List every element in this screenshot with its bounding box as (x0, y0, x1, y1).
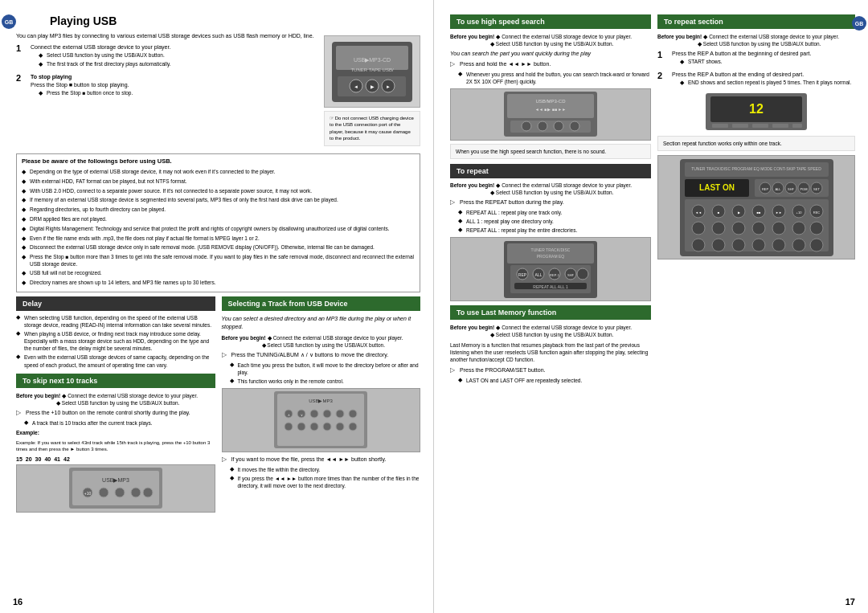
svg-point-29 (285, 423, 293, 431)
svg-text:LAST ON: LAST ON (699, 183, 735, 192)
svg-text:◄: ◄ (354, 84, 358, 89)
intro-text: You can play MP3 files by connecting to … (16, 32, 317, 40)
repeat-step-num-2: 2 (657, 71, 669, 88)
svg-text:USB/MP3-CD: USB/MP3-CD (535, 99, 566, 104)
svg-point-18 (143, 488, 153, 497)
svg-text:REPEAT ALL  ALL 1: REPEAT ALL ALL 1 (533, 284, 568, 289)
svg-point-32 (323, 423, 331, 431)
svg-text:SHF: SHF (788, 187, 795, 191)
repeat-step-1: 1 Press the REP A button at the beginnin… (657, 50, 855, 67)
select-track-col: Selecting a Track from USB Device You ca… (222, 296, 421, 515)
repeat-header: To repeat (450, 164, 651, 178)
step-1: 1 Connect the external USB storage devic… (16, 43, 317, 70)
svg-text:SET: SET (813, 187, 820, 191)
high-speed-device-image: USB/MP3-CD ◄◄ ■ ▶ ■■ ►► (450, 88, 651, 141)
right-left-col: To use high speed search Before you begi… (450, 14, 651, 386)
skip-header: To skip next 10 tracks (16, 374, 215, 388)
repeat-section-note: Section repeat function works only withi… (657, 136, 855, 151)
svg-text:USB▶MP3: USB▶MP3 (102, 477, 129, 483)
svg-point-106 (792, 239, 805, 251)
svg-point-25 (310, 410, 318, 418)
high-speed-search-text: You can search the part you want quickly… (450, 50, 651, 58)
playing-usb-title: Playing USB (50, 14, 420, 27)
svg-text:12: 12 (749, 102, 764, 116)
device-main-image: USB▶MP3-CD TUNER TAPE USB/ ◄ ▶ ► (324, 35, 420, 108)
warning-block: Please be aware of the followings before… (16, 153, 420, 292)
svg-rect-65 (712, 124, 728, 128)
svg-text:▶: ▶ (371, 84, 375, 89)
svg-point-26 (323, 410, 331, 418)
svg-point-31 (310, 423, 318, 431)
repeat-step-num-1: 1 (657, 50, 669, 67)
delay-col: Delay ◆When selecting USB function, depe… (16, 296, 215, 515)
svg-text:REC: REC (813, 210, 820, 215)
repeat-before-begin: Before you begin! (450, 182, 494, 188)
repeat-step-content-2: Press the REP A button at the ending of … (672, 71, 851, 88)
repeat-device-image: TUNER TRACK/DISC PROGRAM EQ REP ALL REP-… (450, 237, 651, 301)
display-12-container: 12 (657, 92, 855, 132)
svg-point-102 (712, 239, 725, 251)
svg-text:USB▶MP3: USB▶MP3 (309, 398, 333, 403)
svg-point-99 (792, 222, 805, 235)
skip-example-text: Example: If you want to select 43rd trac… (16, 439, 215, 453)
bottom-two-col: Delay ◆When selecting USB function, depe… (16, 296, 420, 515)
svg-text:+10: +10 (796, 210, 802, 215)
repeat-step-content-1: Press the REP A button at the beginning … (672, 50, 811, 67)
svg-point-43 (538, 121, 547, 131)
delay-header: Delay (16, 296, 215, 311)
svg-point-101 (692, 239, 705, 251)
svg-text:∧: ∧ (288, 413, 290, 417)
svg-text:∨: ∨ (301, 413, 303, 417)
svg-text:USB▶MP3-CD: USB▶MP3-CD (354, 57, 391, 63)
svg-point-34 (349, 423, 357, 431)
svg-text:SHF: SHF (567, 273, 575, 277)
svg-rect-38 (507, 94, 594, 118)
svg-rect-69 (792, 124, 802, 128)
svg-text:TUNER TRACK/DISC: TUNER TRACK/DISC (531, 247, 571, 252)
svg-point-44 (554, 121, 563, 131)
select-before-begin: Before you begin! (222, 335, 266, 341)
svg-text:TUNER  TAPE  USB/: TUNER TAPE USB/ (350, 67, 393, 72)
svg-point-107 (810, 239, 823, 251)
page-number-left: 16 (13, 597, 23, 607)
svg-point-55 (577, 268, 588, 280)
high-speed-before-begin: Before you begin! (450, 34, 494, 39)
warning-title: Please be aware of the followings before… (22, 157, 415, 166)
svg-text:PGM: PGM (800, 187, 807, 191)
svg-point-103 (732, 239, 745, 251)
svg-point-45 (570, 121, 579, 131)
svg-text:◄◄: ◄◄ (695, 210, 702, 215)
high-speed-header: To use high speed search (450, 14, 651, 29)
step-2: 2 To stop playing Press the Stop ■ butto… (16, 73, 317, 98)
svg-point-95 (712, 222, 725, 235)
step-num-2: 2 (16, 73, 27, 98)
repeat-section-header: To repeat section (657, 14, 855, 29)
svg-point-17 (131, 488, 141, 497)
svg-text:REP-1: REP-1 (550, 273, 560, 277)
repeat-step-2: 2 Press the REP A button at the ending o… (657, 71, 855, 88)
svg-text:►►: ►► (776, 210, 782, 215)
gb-badge-left: GB (2, 14, 16, 29)
left-page: GB Playing USB You can play MP3 files by… (0, 0, 434, 613)
step-content-2: To stop playing Press the Stop ■ button … (31, 73, 133, 98)
svg-text:◄◄  ■  ▶  ■■  ►►: ◄◄ ■ ▶ ■■ ►► (535, 107, 566, 112)
svg-point-27 (336, 410, 344, 418)
svg-point-96 (732, 222, 745, 235)
svg-point-97 (752, 222, 765, 235)
skip-before-begin-label: Before you begin! (16, 393, 60, 398)
svg-point-94 (692, 222, 705, 235)
svg-text:REP: REP (761, 187, 768, 191)
page-number-right: 17 (845, 597, 855, 607)
svg-point-104 (752, 239, 765, 251)
svg-point-33 (336, 423, 344, 431)
select-remote-image: USB▶MP3 ∧ ∨ (222, 388, 421, 452)
skip-remote-image: USB▶MP3 +10 (16, 464, 215, 513)
last-memory-description: Last Memory is a function that resumes p… (450, 341, 651, 363)
svg-text:PROGRAM  EQ: PROGRAM EQ (537, 254, 565, 259)
last-memory-device-image: TUNER TRACK/DISC PROGRAM EQ MODE CONT-SK… (657, 155, 855, 260)
svg-point-16 (115, 488, 125, 497)
svg-rect-67 (752, 124, 768, 128)
step-content-1: Connect the external USB storage device … (31, 43, 171, 70)
svg-text:TUNER  TRACK/DISC  PROGRAM  EQ: TUNER TRACK/DISC PROGRAM EQ MODE CONT-SK… (691, 166, 821, 171)
svg-rect-68 (772, 124, 788, 128)
